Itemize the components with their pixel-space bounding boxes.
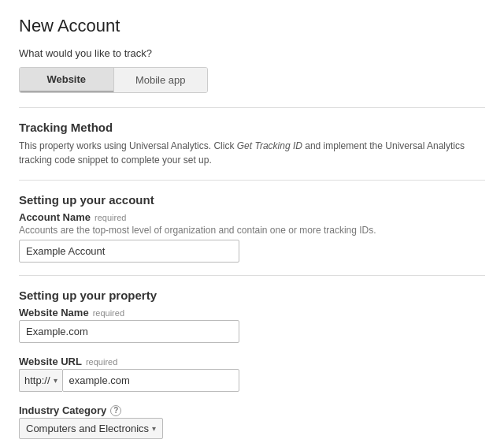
- url-row: http:// ▾: [19, 369, 239, 392]
- website-name-group: Website Name required: [19, 307, 485, 343]
- industry-category-group: Industry Category ? Computers and Electr…: [19, 404, 485, 439]
- protocol-chevron-icon: ▾: [54, 376, 57, 385]
- website-name-input[interactable]: [19, 320, 239, 343]
- website-name-label: Website Name required: [19, 307, 485, 318]
- industry-category-label: Industry Category ?: [19, 404, 485, 416]
- industry-chevron-icon: ▾: [152, 424, 156, 433]
- protocol-dropdown[interactable]: http:// ▾: [19, 369, 62, 392]
- get-tracking-id-link[interactable]: Get Tracking ID: [237, 140, 302, 151]
- divider-tracking: [19, 107, 485, 108]
- website-url-label: Website URL required: [19, 356, 485, 367]
- industry-category-dropdown[interactable]: Computers and Electronics ▾: [19, 418, 163, 439]
- track-type-tabs: Website Mobile app: [19, 67, 208, 93]
- track-label: What would you like to track?: [19, 47, 485, 59]
- account-section-title: Setting up your account: [19, 193, 485, 207]
- website-url-group: Website URL required http:// ▾: [19, 356, 485, 392]
- website-url-input[interactable]: [62, 369, 239, 392]
- divider-account: [19, 180, 485, 181]
- account-name-input[interactable]: [19, 240, 239, 263]
- industry-help-icon[interactable]: ?: [110, 405, 121, 416]
- account-name-label: Account Name required: [19, 211, 485, 223]
- tab-mobile[interactable]: Mobile app: [113, 68, 208, 92]
- tracking-method-desc: This property works using Universal Anal…: [19, 139, 485, 167]
- property-section-title: Setting up your property: [19, 289, 485, 302]
- page-title: New Account: [19, 16, 485, 36]
- tracking-method-title: Tracking Method: [19, 121, 485, 134]
- account-name-group: Account Name required Accounts are the t…: [19, 211, 485, 263]
- divider-property: [19, 275, 485, 276]
- account-name-desc: Accounts are the top-most level of organ…: [19, 225, 485, 236]
- tab-website[interactable]: Website: [20, 68, 113, 92]
